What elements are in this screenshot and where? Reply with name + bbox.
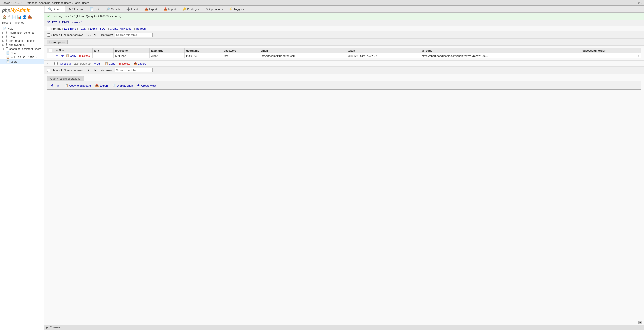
sql-tab-label: SQL <box>95 8 100 11</box>
copy-clipboard-btn[interactable]: 📋 Copy to clipboard <box>64 84 91 87</box>
ws-export-btn[interactable]: 📤 Export <box>133 62 147 65</box>
sidebar-item-kutlu123-lt3-b1450zkd[interactable]: 📋kutlu123_lt3*b1450zkd <box>0 55 44 59</box>
db-icon[interactable]: 🗄 <box>7 15 11 19</box>
settings-icon[interactable]: ⚙ <box>637 1 640 4</box>
show-all-label-top[interactable]: Show all <box>47 33 62 37</box>
status-icon[interactable]: 📊 <box>17 15 21 19</box>
extra-options-button[interactable]: Extra options <box>47 40 68 44</box>
tab-structure[interactable]: 🏗Structure <box>65 6 87 12</box>
search-input-bottom[interactable] <box>115 68 153 72</box>
controls-bottom: Show all Number of rows: 2550100250500 F… <box>44 67 644 74</box>
th-password[interactable]: password <box>222 48 259 53</box>
filter-rows-label-bottom: Filter rows: <box>99 69 113 72</box>
show-all-label-bottom[interactable]: Show all <box>47 69 62 72</box>
sidebar-item-information-schema[interactable]: ▶🗄information_schema <box>0 31 44 35</box>
home-icon[interactable]: 🏠 <box>2 15 6 19</box>
refresh-link[interactable]: Refresh <box>136 27 146 30</box>
show-all-checkbox-bottom[interactable] <box>47 69 50 72</box>
copy-icon: 📋 <box>105 62 108 65</box>
tab-search[interactable]: 🔎Search <box>103 6 123 12</box>
nav-back-icon[interactable]: ← <box>55 49 58 52</box>
table-header: ← ⇅ → id ▼ firstname lastname username p… <box>47 48 641 53</box>
th-successful-order[interactable]: successful_order <box>581 48 641 53</box>
favorites-tab[interactable]: Favorites <box>13 21 24 24</box>
search-input-top[interactable] <box>115 33 153 37</box>
edit-icon: ✏ <box>94 62 96 65</box>
console-bar: ▶ Console <box>44 325 644 330</box>
tab-triggers[interactable]: ⚡Triggers <box>226 6 247 12</box>
th-token[interactable]: token <box>346 48 420 53</box>
console-label[interactable]: Console <box>50 326 60 329</box>
num-rows-select-top[interactable]: 2550100250500 <box>86 33 97 37</box>
cell-successful-order: 4 <box>581 53 641 58</box>
profiling-checkbox[interactable] <box>47 27 50 30</box>
success-text: Showing rows 0 - 0 (1 total, Query took … <box>52 15 122 18</box>
num-rows-select-bottom[interactable]: 2550100250500 <box>86 68 97 72</box>
export-tab-icon: 📤 <box>144 7 148 11</box>
table-row: ✏Edit 📋Copy 🗑Delete 1 Kutluhan Aktar kut… <box>47 53 641 58</box>
tab-browse[interactable]: 🔍Browse <box>45 6 65 12</box>
th-nav: ← ⇅ → <box>54 48 93 53</box>
nav-fwd-icon[interactable]: → <box>62 49 65 52</box>
th-qr-code[interactable]: qr_code <box>420 48 581 53</box>
sql-display: SELECT * FROM `users` <box>44 20 644 26</box>
create-view-btn[interactable]: 👁 Create view <box>137 84 156 87</box>
success-message: ✔ Showing rows 0 - 0 (1 total, Query too… <box>44 13 644 20</box>
create-php-code-link[interactable]: Create PHP code <box>110 27 131 30</box>
explain-sql-link[interactable]: Explain SQL <box>90 27 105 30</box>
tab-export[interactable]: 📤Export <box>141 6 160 12</box>
edit-link[interactable]: Edit <box>81 27 86 30</box>
db-icon-mysql: 🗄 <box>5 35 8 38</box>
db-name: kutlu123_lt3*b1450zkd <box>11 56 38 59</box>
select-all-checkbox[interactable] <box>49 49 52 52</box>
sidebar-item-mysql[interactable]: ▶🗄mysql <box>0 35 44 39</box>
operations-tab-icon: ⚙ <box>205 7 208 11</box>
scroll-hint[interactable]: ▼ <box>638 321 642 324</box>
search-tab-label: Search <box>111 8 120 11</box>
insert-tab-icon: ➕ <box>126 7 130 11</box>
edit-inline-link[interactable]: Edit inline <box>64 27 76 30</box>
tab-insert[interactable]: ➕Insert <box>123 6 141 12</box>
tab-operations[interactable]: ⚙Operations <box>202 6 226 12</box>
sidebar-item-performance-schema[interactable]: ▶🗄performance_schema <box>0 39 44 43</box>
display-chart-btn[interactable]: 📊 Display chart <box>112 84 133 87</box>
sidebar-item-New[interactable]: 📄New <box>0 51 44 55</box>
db-icon-shopping_assistant_users: 🗄 <box>6 47 8 50</box>
th-id[interactable]: id ▼ <box>92 48 113 53</box>
sidebar-item-New[interactable]: 📄New <box>0 26 44 31</box>
row-delete-btn[interactable]: 🗑Delete <box>78 54 91 57</box>
th-username[interactable]: username <box>185 48 222 53</box>
help-icon[interactable]: ? <box>641 1 642 4</box>
table-body: ✏Edit 📋Copy 🗑Delete 1 Kutluhan Aktar kut… <box>47 53 641 58</box>
query-results-ops-tab[interactable]: Query results operations <box>47 76 84 81</box>
recent-tab[interactable]: Recent <box>2 21 11 24</box>
th-firstname[interactable]: firstname <box>113 48 149 53</box>
sidebar-item-users[interactable]: 📋users <box>0 59 44 64</box>
tab-import[interactable]: 📥Import <box>160 6 179 12</box>
privileges-tab-label: Privileges <box>187 8 199 11</box>
ws-edit-btn[interactable]: ✏ Edit <box>93 62 102 65</box>
check-all-checkbox[interactable] <box>54 62 58 65</box>
import-tab-label: Import <box>168 8 176 11</box>
check-all-link[interactable]: Check all <box>59 62 72 65</box>
tab-privileges[interactable]: 🔑Privileges <box>179 6 203 12</box>
row-checkbox[interactable] <box>49 54 52 57</box>
show-all-checkbox-top[interactable] <box>47 33 50 37</box>
row-copy-btn[interactable]: 📋Copy <box>65 54 77 58</box>
th-email[interactable]: email <box>259 48 346 53</box>
row-edit-btn[interactable]: ✏Edit <box>55 54 64 58</box>
sidebar-item-shopping-assistant-users[interactable]: ▼🗄shopping_assistant_users <box>0 47 44 51</box>
th-lastname[interactable]: lastname <box>150 48 185 53</box>
tab-sql[interactable]: 📄SQL <box>87 6 103 12</box>
collapse-icon: ▶ <box>2 39 4 42</box>
sidebar-item-phpmyadmin[interactable]: ▶🗄phpmyadmin <box>0 43 44 47</box>
ws-delete-btn[interactable]: 🗑 Delete <box>118 62 131 65</box>
cell-firstname: Kutluhan <box>113 53 149 58</box>
ws-copy-btn[interactable]: 📋 Copy <box>104 62 116 65</box>
db-name: mysql <box>9 35 16 38</box>
export2-icon[interactable]: 📤 <box>28 15 32 19</box>
export-results-btn[interactable]: 📤 Export <box>95 84 108 87</box>
print-btn[interactable]: 🖨 Print <box>50 84 60 87</box>
sql-icon[interactable]: 📄 <box>12 15 16 19</box>
account-icon[interactable]: 👤 <box>22 15 27 19</box>
